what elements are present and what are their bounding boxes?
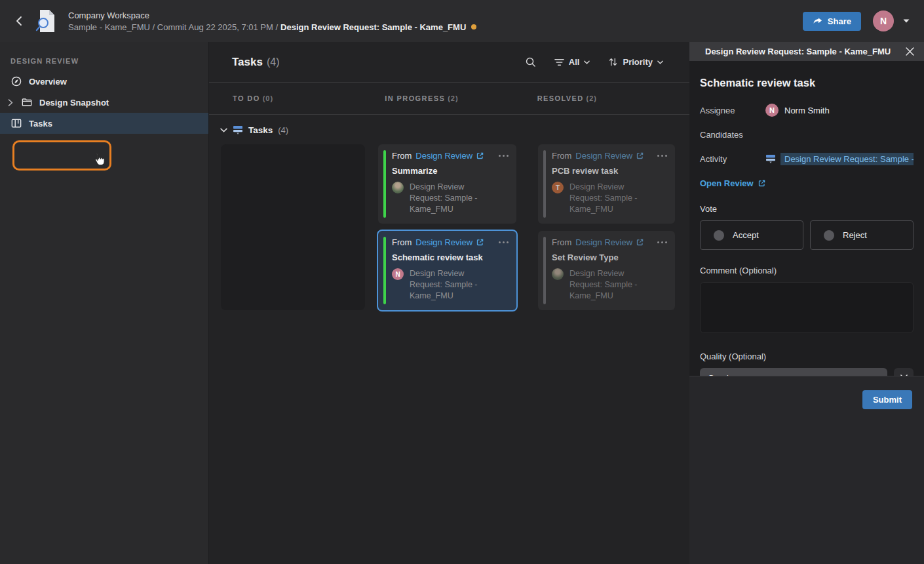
external-link-icon (476, 238, 484, 247)
tasks-board: Tasks (4) All Priority TO DO(0) (209, 42, 689, 564)
empty-column-placeholder (221, 144, 365, 310)
column-resolved: From Design Review PCB review task T Des… (538, 144, 675, 317)
card-review-reference[interactable]: Design Review Request: Sample - Kame_FMU (569, 268, 653, 302)
sidebar-item-tasks[interactable]: Tasks (0, 113, 208, 134)
design-review-link[interactable]: Design Review (575, 237, 644, 247)
assignee-avatar: N (765, 104, 779, 117)
design-review-link[interactable]: Design Review (575, 151, 644, 161)
caret-down-icon[interactable] (900, 16, 912, 26)
back-button[interactable] (12, 13, 26, 29)
chevron-right-icon[interactable] (8, 99, 14, 106)
more-menu-button[interactable] (656, 239, 669, 247)
external-link-icon (636, 151, 644, 160)
activity-link[interactable]: Design Review Request: Sample - Kame_FMU (780, 153, 914, 165)
external-link-icon (476, 151, 484, 160)
user-avatar[interactable]: N (873, 10, 894, 31)
breadcrumb-path[interactable]: Sample - Kame_FMU / Commit Aug 22 2025, … (68, 22, 278, 32)
task-card-pcb-review[interactable]: From Design Review PCB review task T Des… (538, 144, 675, 224)
assignee-name: Norm Smith (784, 106, 830, 115)
radio-unselected-icon (824, 230, 834, 241)
hand-cursor-icon (91, 152, 106, 168)
share-button[interactable]: Share (803, 12, 861, 31)
avatar (552, 268, 564, 280)
card-from-label: From (392, 237, 412, 247)
avatar (392, 182, 404, 193)
radio-unselected-icon (714, 230, 724, 241)
close-icon (906, 47, 914, 56)
board-icon (10, 117, 22, 129)
accept-label: Accept (733, 230, 759, 240)
activity-label: Activity (700, 154, 765, 164)
external-link-icon (758, 179, 766, 188)
page-title: Tasks (232, 56, 263, 69)
comment-input[interactable] (700, 282, 914, 333)
assignee-label: Assignee (700, 106, 765, 115)
sort-label: Priority (623, 57, 653, 67)
document-search-icon (35, 9, 56, 33)
app-logo (35, 8, 58, 34)
column-header-todo: TO DO(0) (233, 94, 385, 102)
card-review-reference[interactable]: Design Review Request: Sample - Kame_FMU (569, 182, 653, 215)
design-review-link[interactable]: Design Review (415, 237, 484, 247)
search-icon (525, 56, 536, 68)
status-bar (383, 237, 386, 304)
filter-dropdown[interactable]: All (554, 57, 590, 67)
sidebar-item-design-snapshot[interactable]: Design Snapshot (0, 92, 208, 113)
task-group-toggle[interactable]: Tasks (4) (220, 125, 689, 135)
sidebar-item-label: Design Snapshot (39, 98, 109, 108)
task-title: Schematic review task (700, 77, 914, 89)
reject-label: Reject (843, 230, 867, 240)
task-group-count: (4) (278, 125, 288, 135)
task-card-summarize[interactable]: From Design Review Summarize Design Revi… (378, 144, 516, 224)
close-panel-button[interactable] (904, 45, 916, 58)
column-header-in-progress: IN PROGRESS(2) (385, 94, 537, 102)
workspace-title: Company Workspace (68, 10, 476, 20)
card-title: PCB review task (552, 166, 668, 176)
panel-title: Design Review Request: Sample - Kame_FMU (705, 47, 891, 56)
submit-button[interactable]: Submit (862, 390, 912, 409)
card-title: Schematic review task (392, 252, 510, 262)
top-bar: Company Workspace Sample - Kame_FMU / Co… (0, 0, 924, 42)
chevron-down-icon (584, 60, 590, 64)
card-review-reference[interactable]: Design Review Request: Sample - Kame_FMU (410, 268, 493, 302)
more-menu-button[interactable] (656, 152, 669, 160)
card-from-label: From (552, 151, 571, 161)
card-from-label: From (552, 237, 571, 247)
comment-label: Comment (Optional) (700, 266, 914, 275)
avatar: T (552, 182, 564, 193)
sort-dropdown[interactable]: Priority (608, 57, 663, 67)
status-bar (543, 150, 546, 218)
vote-label: Vote (700, 204, 914, 214)
card-from-label: From (392, 151, 412, 161)
search-button[interactable] (525, 56, 536, 68)
candidates-label: Candidates (700, 130, 765, 140)
design-review-link[interactable]: Design Review (415, 151, 484, 161)
task-detail-panel: Design Review Request: Sample - Kame_FMU… (689, 42, 924, 564)
card-review-reference[interactable]: Design Review Request: Sample - Kame_FMU (410, 182, 493, 215)
quality-label: Quality (Optional) (700, 352, 914, 361)
sort-icon (608, 57, 618, 67)
avatar: N (392, 268, 404, 280)
open-review-link[interactable]: Open Review (700, 178, 766, 188)
task-card-set-review-type[interactable]: From Design Review Set Review Type Desig… (538, 231, 675, 310)
vote-accept-option[interactable]: Accept (700, 220, 803, 250)
task-group-label: Tasks (248, 125, 273, 135)
column-in-progress: From Design Review Summarize Design Revi… (378, 144, 516, 317)
share-label: Share (828, 16, 851, 26)
filter-icon (554, 58, 564, 66)
review-stack-icon (765, 153, 776, 164)
column-header-resolved: RESOLVED(2) (537, 94, 689, 102)
breadcrumb: Company Workspace Sample - Kame_FMU / Co… (68, 10, 476, 32)
task-card-schematic-review[interactable]: From Design Review Schematic review task… (378, 231, 516, 310)
card-title: Set Review Type (552, 252, 668, 262)
more-menu-button[interactable] (497, 239, 510, 247)
column-todo (221, 144, 365, 310)
card-title: Summarize (392, 166, 510, 176)
sidebar: DESIGN REVIEW Overview Design Snapshot (0, 42, 209, 564)
sidebar-item-overview[interactable]: Overview (0, 71, 208, 92)
more-menu-button[interactable] (497, 152, 510, 160)
status-bar (543, 237, 546, 304)
chevron-left-icon (14, 16, 24, 26)
vote-reject-option[interactable]: Reject (810, 220, 914, 250)
review-stack-icon (233, 125, 243, 135)
